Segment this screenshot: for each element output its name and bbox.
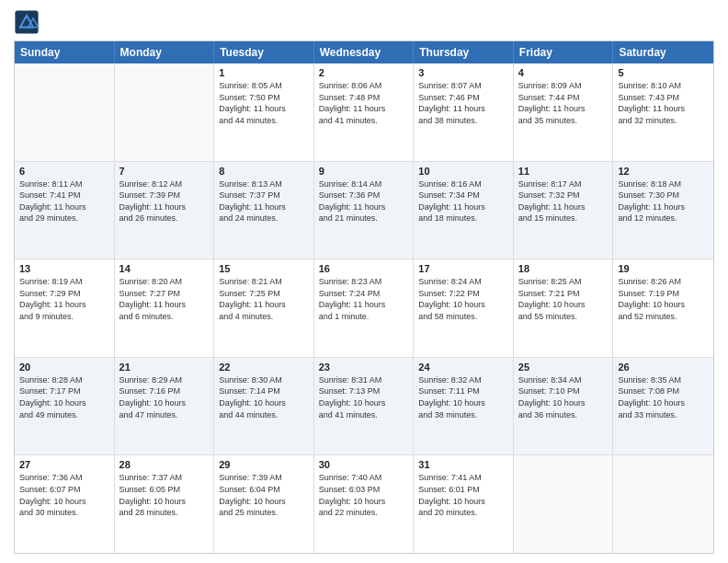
cell-line: Daylight: 10 hours [19, 397, 109, 409]
cell-line: Sunrise: 7:37 AM [119, 472, 210, 484]
day-number: 6 [19, 166, 109, 177]
cell-line: and 26 minutes. [119, 213, 210, 224]
cell-line: Sunrise: 8:29 AM [119, 374, 210, 386]
day-number: 18 [518, 263, 609, 274]
cell-line: Sunset: 7:21 PM [518, 288, 609, 300]
day-number: 5 [618, 67, 709, 78]
cell-line: Sunrise: 8:05 AM [219, 80, 309, 92]
cell-line: Sunrise: 8:11 AM [19, 178, 109, 190]
cell-line: Daylight: 11 hours [119, 299, 210, 311]
day-number: 2 [319, 67, 409, 78]
empty-cell [115, 63, 215, 161]
cell-line: Sunrise: 8:23 AM [319, 276, 409, 288]
day-number: 19 [618, 263, 709, 274]
day-cell-19: 19Sunrise: 8:26 AMSunset: 7:19 PMDayligh… [613, 259, 713, 357]
cell-line: and 47 minutes. [119, 409, 210, 421]
cell-line: Sunset: 6:01 PM [418, 484, 508, 496]
cell-line: Sunset: 7:17 PM [19, 385, 109, 397]
day-number: 16 [319, 263, 409, 274]
day-number: 11 [518, 166, 609, 177]
day-cell-31: 31Sunrise: 7:41 AMSunset: 6:01 PMDayligh… [414, 455, 514, 553]
cell-line: Sunset: 7:43 PM [618, 92, 709, 104]
day-number: 20 [19, 362, 109, 373]
cell-line: and 38 minutes. [418, 115, 508, 127]
cell-line: Sunset: 7:41 PM [19, 190, 109, 201]
cell-line: and 15 minutes. [518, 213, 609, 224]
day-cell-18: 18Sunrise: 8:25 AMSunset: 7:21 PMDayligh… [514, 259, 614, 357]
calendar-header: SundayMondayTuesdayWednesdayThursdayFrid… [15, 41, 713, 63]
cell-line: Sunrise: 7:36 AM [19, 472, 109, 484]
cell-line: Daylight: 10 hours [119, 496, 210, 508]
cell-line: and 44 minutes. [219, 115, 309, 127]
cell-line: and 52 minutes. [618, 311, 709, 323]
day-cell-25: 25Sunrise: 8:34 AMSunset: 7:10 PMDayligh… [514, 358, 614, 455]
cell-line: Sunset: 7:39 PM [119, 190, 210, 201]
cell-line: and 18 minutes. [418, 213, 508, 224]
day-number: 13 [19, 263, 109, 274]
cell-line: and 41 minutes. [319, 115, 409, 127]
cell-line: and 1 minute. [319, 311, 409, 323]
day-number: 17 [418, 263, 508, 274]
cell-line: Sunset: 7:16 PM [119, 385, 210, 397]
cell-line: Sunset: 7:24 PM [319, 288, 409, 300]
day-cell-5: 5Sunrise: 8:10 AMSunset: 7:43 PMDaylight… [613, 63, 713, 161]
cell-line: and 55 minutes. [518, 311, 609, 323]
day-header-thursday: Thursday [414, 41, 514, 63]
day-cell-12: 12Sunrise: 8:18 AMSunset: 7:30 PMDayligh… [613, 162, 713, 259]
empty-cell [613, 455, 713, 553]
day-cell-1: 1Sunrise: 8:05 AMSunset: 7:50 PMDaylight… [214, 63, 314, 161]
cell-line: Daylight: 11 hours [219, 299, 309, 311]
calendar: SundayMondayTuesdayWednesdayThursdayFrid… [14, 40, 714, 554]
cell-line: and 20 minutes. [418, 507, 508, 519]
cell-line: Sunrise: 8:30 AM [219, 374, 309, 386]
cal-week-4: 20Sunrise: 8:28 AMSunset: 7:17 PMDayligh… [15, 357, 713, 455]
cell-line: Daylight: 11 hours [618, 103, 709, 115]
cell-line: Sunrise: 8:19 AM [19, 276, 109, 288]
day-number: 21 [119, 362, 210, 373]
cell-line: and 49 minutes. [19, 409, 109, 421]
cell-line: Sunrise: 8:10 AM [618, 80, 709, 92]
cell-line: Sunset: 7:11 PM [418, 385, 508, 397]
cell-line: Daylight: 10 hours [319, 397, 409, 409]
cell-line: Daylight: 10 hours [219, 496, 309, 508]
day-cell-22: 22Sunrise: 8:30 AMSunset: 7:14 PMDayligh… [214, 358, 314, 455]
day-cell-7: 7Sunrise: 8:12 AMSunset: 7:39 PMDaylight… [115, 162, 215, 259]
day-number: 12 [618, 166, 709, 177]
day-cell-9: 9Sunrise: 8:14 AMSunset: 7:36 PMDaylight… [314, 162, 415, 259]
cell-line: Sunset: 7:37 PM [219, 190, 309, 201]
cell-line: Sunrise: 8:35 AM [618, 374, 709, 386]
day-cell-8: 8Sunrise: 8:13 AMSunset: 7:37 PMDaylight… [214, 162, 314, 259]
day-number: 25 [518, 362, 609, 373]
cell-line: Sunset: 6:05 PM [119, 484, 210, 496]
cell-line: Daylight: 10 hours [418, 299, 508, 311]
cell-line: Sunrise: 8:24 AM [418, 276, 508, 288]
empty-cell [15, 63, 115, 161]
cell-line: Sunset: 7:48 PM [319, 92, 409, 104]
cell-line: Daylight: 11 hours [119, 201, 210, 213]
day-number: 14 [119, 263, 210, 274]
day-number: 22 [219, 362, 309, 373]
cell-line: and 32 minutes. [618, 115, 709, 127]
day-number: 28 [119, 459, 210, 470]
cell-line: Sunrise: 8:34 AM [518, 374, 609, 386]
cal-week-3: 13Sunrise: 8:19 AMSunset: 7:29 PMDayligh… [15, 259, 713, 357]
day-number: 27 [19, 459, 109, 470]
day-cell-30: 30Sunrise: 7:40 AMSunset: 6:03 PMDayligh… [314, 455, 415, 553]
day-cell-28: 28Sunrise: 7:37 AMSunset: 6:05 PMDayligh… [115, 455, 215, 553]
day-number: 1 [219, 67, 309, 78]
cell-line: Daylight: 10 hours [618, 299, 709, 311]
day-header-friday: Friday [514, 41, 614, 63]
cell-line: Sunset: 7:30 PM [618, 190, 709, 201]
cell-line: Sunset: 7:10 PM [518, 385, 609, 397]
cell-line: Sunset: 7:22 PM [418, 288, 508, 300]
cell-line: Sunset: 6:04 PM [219, 484, 309, 496]
cell-line: Sunset: 7:27 PM [119, 288, 210, 300]
cell-line: Sunset: 6:03 PM [319, 484, 409, 496]
day-number: 9 [319, 166, 409, 177]
header [14, 9, 714, 35]
cell-line: and 44 minutes. [219, 409, 309, 421]
day-header-sunday: Sunday [15, 41, 115, 63]
cell-line: Daylight: 10 hours [618, 397, 709, 409]
cell-line: Sunset: 7:25 PM [219, 288, 309, 300]
cell-line: Sunset: 7:36 PM [319, 190, 409, 201]
